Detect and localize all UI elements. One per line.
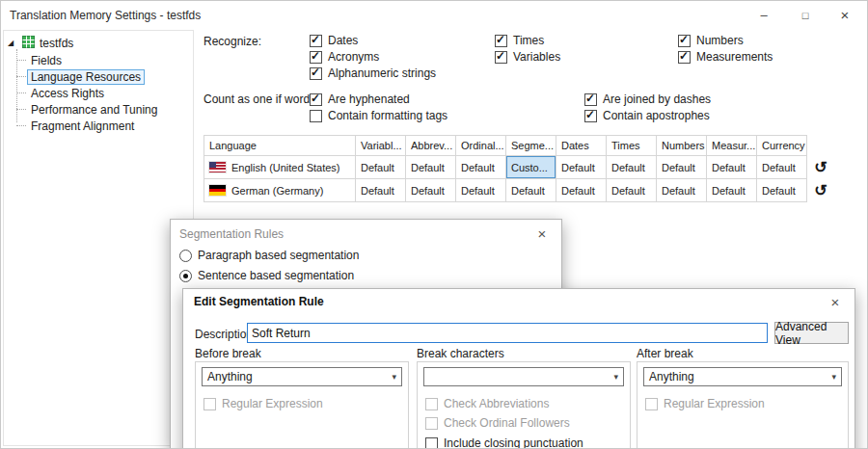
before-break-dropdown[interactable]: Anything ▾ — [202, 367, 402, 386]
table-header-cell[interactable]: Dates — [556, 135, 607, 156]
close-icon[interactable]: × — [523, 220, 561, 249]
radio-label: Sentence based segmentation — [198, 269, 354, 282]
language-name: German (Germany) — [231, 185, 323, 197]
checkbox-check-ordinal-followers[interactable]: Check Ordinal Followers — [425, 415, 570, 431]
table-cell[interactable]: Default — [556, 156, 607, 179]
checkbox-alphanumeric-strings[interactable]: Alphanumeric strings — [310, 66, 436, 81]
edit-segmentation-rule-dialog: Edit Segmentation Rule × Description Adv… — [182, 288, 855, 449]
checkbox-variables[interactable]: Variables — [495, 49, 560, 65]
radio-paragraph-based-segmentation[interactable]: Paragraph based segmentation — [179, 248, 359, 263]
checkbox-dates[interactable]: Dates — [310, 33, 358, 48]
title-bar: Translation Memory Settings - testfds – … — [1, 1, 867, 30]
tree-expander-icon[interactable]: ◢ — [8, 39, 17, 48]
table-cell[interactable]: Default — [406, 179, 456, 202]
table-cell[interactable]: Default — [707, 179, 757, 202]
checkbox-are-hyphenated[interactable]: Are hyphenated — [310, 92, 410, 107]
checkbox-label: Measurements — [696, 50, 773, 64]
radio-sentence-based-segmentation[interactable]: Sentence based segmentation — [179, 268, 354, 283]
break-characters-group: ▾ Check Abbreviations Check Ordinal Foll… — [417, 361, 631, 449]
description-input[interactable] — [247, 323, 768, 343]
table-header-cell[interactable]: Times — [607, 135, 657, 156]
checkbox-box — [584, 110, 597, 122]
table-header-cell[interactable]: Measur... — [707, 135, 757, 156]
reset-row-button[interactable]: ↺ — [807, 156, 834, 179]
before-break-label: Before break — [195, 347, 261, 360]
before-break-group: Anything ▾ Regular Expression — [195, 361, 409, 449]
close-icon[interactable]: × — [825, 1, 865, 30]
sidebar-item-performance-and-tuning[interactable]: Performance and Tuning — [14, 101, 193, 118]
table-header-cell[interactable]: Segme... — [506, 135, 556, 156]
table-cell[interactable]: Default — [707, 156, 757, 179]
maximize-icon[interactable]: □ — [785, 1, 826, 30]
checkbox-contain-formatting-tags[interactable]: Contain formatting tags — [310, 108, 448, 123]
checkbox-acronyms[interactable]: Acronyms — [310, 49, 379, 65]
table-cell[interactable]: Default — [456, 156, 506, 179]
minimize-icon[interactable]: – — [744, 1, 784, 30]
checkbox-label: Times — [513, 34, 544, 47]
tree-root-label: testfds — [40, 37, 73, 50]
checkbox-box — [495, 51, 507, 64]
table-cell[interactable]: Default — [456, 179, 506, 202]
table-cell[interactable]: Default — [657, 156, 707, 179]
language-cell[interactable]: English (United States) — [203, 156, 356, 179]
table-cell[interactable]: Default — [757, 179, 807, 202]
table-header-cell[interactable]: Numbers — [657, 135, 707, 156]
table-header-cell[interactable]: Language — [203, 135, 356, 156]
checkbox-box — [310, 35, 322, 47]
sidebar-item-label: Access Rights — [27, 86, 108, 101]
dropdown-value: Anything — [207, 370, 253, 383]
checkbox-label: Check Abbreviations — [444, 397, 549, 410]
checkbox-measurements[interactable]: Measurements — [678, 49, 773, 65]
reset-icon: ↺ — [814, 183, 827, 198]
checkbox-include-closing-punctuation[interactable]: Include closing punctuation — [425, 436, 583, 449]
break-characters-dropdown[interactable]: ▾ — [423, 367, 624, 386]
checkbox-numbers[interactable]: Numbers — [678, 33, 744, 48]
table-cell[interactable]: Default — [556, 179, 607, 202]
language-cell[interactable]: German (Germany) — [203, 179, 356, 202]
sidebar-item-fragment-alignment[interactable]: Fragment Alignment — [14, 118, 193, 134]
table-header-cell[interactable]: Variabl... — [356, 135, 406, 156]
table-cell-selected[interactable]: Custo... — [506, 156, 556, 179]
checkbox-check-abbreviations[interactable]: Check Abbreviations — [425, 396, 549, 411]
checkbox-regular-expression-after[interactable]: Regular Expression — [645, 396, 765, 411]
sidebar-item-language-resources[interactable]: Language Resources — [14, 68, 193, 85]
tm-grid-icon — [22, 36, 35, 51]
chevron-down-icon: ▾ — [613, 372, 618, 382]
sidebar-item-fields[interactable]: Fields — [14, 52, 193, 68]
checkbox-box — [495, 35, 507, 47]
translation-memory-settings-window: Translation Memory Settings - testfds – … — [0, 0, 868, 449]
chevron-down-icon: ▾ — [392, 372, 396, 382]
dialog-title: Edit Segmentation Rule — [194, 289, 324, 315]
table-cell[interactable]: Default — [356, 156, 406, 179]
table-header-cell[interactable]: Abbrev... — [406, 135, 456, 156]
table-cell[interactable]: Default — [757, 156, 807, 179]
table-cell[interactable]: Default — [607, 179, 657, 202]
checkbox-box — [678, 51, 691, 64]
sidebar-item-access-rights[interactable]: Access Rights — [14, 85, 193, 101]
table-cell[interactable]: Default — [406, 156, 456, 179]
checkbox-box — [425, 437, 438, 449]
after-break-dropdown[interactable]: Anything ▾ — [643, 367, 842, 386]
advanced-view-button[interactable]: Advanced View — [774, 322, 849, 344]
checkbox-are-joined-by-dashes[interactable]: Are joined by dashes — [584, 92, 711, 107]
tree-root-testfds[interactable]: ◢ testfds — [4, 31, 193, 52]
table-header-cell[interactable]: Currency — [757, 135, 807, 156]
table-cell[interactable]: Default — [506, 179, 556, 202]
table-cell[interactable]: Default — [607, 156, 657, 179]
checkbox-label: Acronyms — [328, 50, 379, 64]
checkbox-times[interactable]: Times — [495, 33, 544, 48]
table-row: German (Germany) Default Default Default… — [203, 179, 834, 202]
sidebar-item-label: Fragment Alignment — [27, 119, 138, 134]
table-header-cell[interactable]: Ordinal... — [456, 135, 506, 156]
radio-circle — [179, 270, 192, 282]
checkbox-contain-apostrophes[interactable]: Contain apostrophes — [584, 108, 710, 123]
checkbox-box — [203, 398, 216, 410]
close-icon[interactable]: × — [816, 289, 854, 315]
reset-icon: ↺ — [814, 160, 827, 175]
table-cell[interactable]: Default — [356, 179, 406, 202]
reset-row-button[interactable]: ↺ — [807, 179, 834, 202]
table-cell[interactable]: Default — [657, 179, 707, 202]
german-flag-icon — [209, 185, 226, 196]
checkbox-regular-expression-before[interactable]: Regular Expression — [203, 396, 323, 411]
radio-circle — [179, 250, 192, 262]
